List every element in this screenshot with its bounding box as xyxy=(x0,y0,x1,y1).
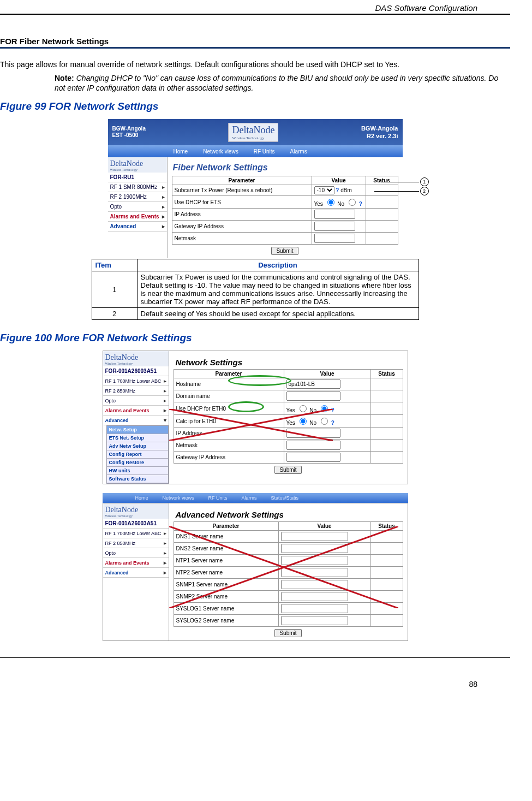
page-number: 88 xyxy=(0,657,510,689)
chevron-right-icon: ▸ xyxy=(164,550,166,556)
help-icon[interactable]: ? xyxy=(359,201,362,207)
submenu-item[interactable]: Software Status xyxy=(107,475,168,483)
chevron-right-icon: ▸ xyxy=(164,378,166,384)
chevron-right-icon: ▸ xyxy=(164,530,166,536)
network-settings-screenshot: DeltaNode Wireless Technology FOR-001A26… xyxy=(103,351,408,484)
sidebar-item[interactable]: RF 2 850MHz▸ xyxy=(103,538,169,548)
sidebar-item[interactable]: Opto▸ xyxy=(103,396,169,406)
sidebar-item[interactable]: RF 1 700MHz Lower ABC▸ xyxy=(103,376,169,386)
desc-item-num: 1 xyxy=(92,271,137,308)
sidebar-item-label: Alarms and Events xyxy=(110,213,159,219)
sidebar-logo-sub: Wireless Technology xyxy=(105,514,166,518)
logo-text: DeltaNode xyxy=(232,124,274,135)
tab-network-views[interactable]: Network views xyxy=(203,149,238,155)
sidebar-item-label: Advanced xyxy=(110,223,136,229)
page-header: DAS Software Configuration xyxy=(0,0,510,15)
main-panel: Fiber Network Settings Parameter Value S… xyxy=(168,157,403,258)
param-label: Subcarrier Tx Power (Requires a reboot) xyxy=(172,185,312,196)
header-left-info: BGW-Angola EST -0500 xyxy=(112,126,146,139)
highlight-ellipse xyxy=(228,375,291,386)
sidebar-item-label: Alarms and Events xyxy=(105,408,150,413)
tab-alarms[interactable]: Alarms xyxy=(290,149,307,155)
header-right-line2: R2 ver. 2.3i xyxy=(361,132,398,140)
submenu-item[interactable]: Config Restore xyxy=(107,459,168,467)
chevron-right-icon: ▸ xyxy=(164,540,166,546)
table-row: SYSLOG2 Server name xyxy=(174,615,403,627)
submenu-item[interactable]: ETS Net. Setup xyxy=(107,434,168,442)
chevron-right-icon: ▸ xyxy=(162,204,165,210)
sidebar-item[interactable]: Opto▸ xyxy=(103,548,169,558)
sidebar-item-label: Opto xyxy=(105,550,116,556)
submit-button[interactable]: Submit xyxy=(274,629,301,637)
sidebar-item-alarms[interactable]: Alarms and Events▸ xyxy=(103,558,169,568)
red-x-overlay xyxy=(169,526,398,608)
chevron-down-icon: ▾ xyxy=(164,417,166,423)
sidebar-item[interactable]: RF 2 1900MHz▸ xyxy=(108,192,167,202)
tab-status[interactable]: Status/Statis xyxy=(271,495,299,501)
tab-rf-units[interactable]: RF Units xyxy=(254,149,275,155)
fiber-network-settings-screenshot: BGW-Angola EST -0500 DeltaNode Wireless … xyxy=(108,119,403,256)
tab-network-views[interactable]: Network views xyxy=(163,495,194,501)
sidebar-item-label: Opto xyxy=(110,204,122,210)
sidebar-item-label: Advanced xyxy=(105,570,129,575)
sidebar-item-alarms[interactable]: Alarms and Events▸ xyxy=(108,212,167,222)
submenu-item[interactable]: Config Report xyxy=(107,450,168,459)
sidebar-item[interactable]: RF 2 850MHz▸ xyxy=(103,386,169,396)
panel-title: Network Settings xyxy=(174,354,403,369)
sidebar-unit-head[interactable]: FOR-001A26003A51 xyxy=(103,519,169,529)
netmask-input[interactable] xyxy=(314,234,355,243)
header-right-line1: BGW-Angola xyxy=(361,124,398,132)
domain-input[interactable] xyxy=(286,391,340,401)
header-right-info: BGW-Angola R2 ver. 2.3i xyxy=(361,124,398,140)
table-row: IP Address xyxy=(172,209,398,221)
sidebar-item[interactable]: RF 1 700MHz Lower ABC▸ xyxy=(103,529,169,538)
tab-rf-units[interactable]: RF Units xyxy=(208,495,228,501)
desc-header-description: Description xyxy=(137,259,419,271)
tab-alarms[interactable]: Alarms xyxy=(242,495,257,501)
section-title: FOR Fiber Network Settings xyxy=(0,37,510,49)
hostname-input[interactable] xyxy=(286,379,340,389)
sidebar-item-label: RF 2 1900MHz xyxy=(110,194,147,200)
submenu-item[interactable]: Adv Netw Setup xyxy=(107,442,168,450)
param-label: IP Address xyxy=(172,209,312,221)
sidebar-item-advanced[interactable]: Advanced▾ xyxy=(103,416,169,425)
deltanode-logo: DeltaNode Wireless Technology xyxy=(228,123,278,142)
advanced-submenu: Netw. Setup ETS Net. Setup Adv Netw Setu… xyxy=(106,425,169,484)
submenu-item[interactable]: HW units xyxy=(107,467,168,475)
desc-item-text: Default seeing of Yes should be used exc… xyxy=(137,308,419,320)
sidebar-logo-sub: Wireless Technology xyxy=(110,168,165,171)
netmask-input[interactable] xyxy=(286,441,340,450)
help-icon[interactable]: ? xyxy=(336,187,339,193)
col-status: Status xyxy=(370,370,403,378)
sidebar-unit-head[interactable]: FOR-001A26003A51 xyxy=(103,366,169,376)
sidebar-item-label: RF 2 850MHz xyxy=(105,388,136,394)
col-value: Value xyxy=(312,176,366,185)
sidebar-item-advanced[interactable]: Advanced▸ xyxy=(103,568,169,578)
desc-item-num: 2 xyxy=(92,308,137,320)
submit-button[interactable]: Submit xyxy=(271,247,298,255)
dhcp-yes-radio[interactable] xyxy=(327,199,334,206)
sidebar-logo-text: DeltaNode xyxy=(105,506,139,514)
subcarrier-tx-power-select[interactable]: -10 xyxy=(314,186,334,194)
sidebar-unit-head[interactable]: FOR-RU1 xyxy=(108,173,167,182)
submenu-item[interactable]: Netw. Setup xyxy=(107,426,168,434)
table-row: Gateway IP Address xyxy=(172,221,398,233)
sidebar-item-label: Alarms and Events xyxy=(105,560,150,566)
gateway-ip-input[interactable] xyxy=(286,453,340,462)
panel-title: Fiber Network Settings xyxy=(172,161,398,176)
ip-address-input[interactable] xyxy=(314,210,355,219)
submit-button[interactable]: Submit xyxy=(274,466,301,474)
gateway-ip-input[interactable] xyxy=(314,222,355,231)
nav-bar: Home Network views RF Units Alarms xyxy=(108,145,403,157)
sidebar: DeltaNode Wireless Technology FOR-RU1 RF… xyxy=(108,157,168,258)
dhcp-no-radio[interactable] xyxy=(349,199,356,206)
sidebar-item[interactable]: RF 1 SMR 800MHz▸ xyxy=(108,182,167,192)
sidebar-item-alarms[interactable]: Alarms and Events▸ xyxy=(103,406,169,416)
tab-home[interactable]: Home xyxy=(135,495,148,501)
sidebar-item-label: RF 1 700MHz Lower ABC xyxy=(105,531,162,536)
sidebar-item[interactable]: Opto▸ xyxy=(108,202,167,212)
sidebar-item-advanced[interactable]: Advanced▸ xyxy=(108,222,167,232)
server-input[interactable] xyxy=(281,616,348,625)
figure-100-caption: Figure 100 More FOR Network Settings xyxy=(0,332,510,344)
tab-home[interactable]: Home xyxy=(174,149,188,155)
